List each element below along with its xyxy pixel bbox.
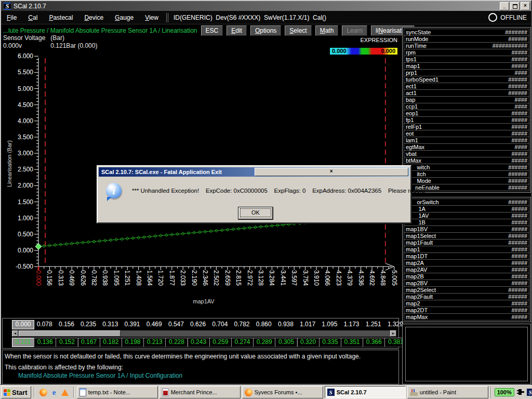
- axis-cell[interactable]: 0.782: [231, 320, 252, 328]
- value-cell[interactable]: 0.121: [12, 338, 34, 347]
- param-row[interactable]: relFp1#####: [404, 124, 529, 130]
- menu-item-pastecal[interactable]: Pastecal: [43, 12, 78, 23]
- ok-button[interactable]: OK: [238, 207, 273, 219]
- axis-cell[interactable]: 0.156: [56, 320, 77, 328]
- start-button[interactable]: Start: [1, 386, 31, 398]
- param-row[interactable]: fp1#####: [404, 117, 529, 124]
- param-row[interactable]: map1#####: [404, 63, 529, 70]
- value-cell[interactable]: 0.213: [143, 338, 166, 347]
- axis-cell[interactable]: 0.469: [143, 320, 165, 328]
- math-button[interactable]: Math: [315, 25, 339, 36]
- param-row[interactable]: orSwitch######: [404, 198, 529, 206]
- restore-button[interactable]: [510, 2, 520, 10]
- axis-cell[interactable]: 1.251: [363, 320, 384, 328]
- axis-cell[interactable]: 0.235: [78, 320, 99, 328]
- value-cell[interactable]: 0.351: [341, 338, 363, 347]
- param-row[interactable]: map2AV#####: [404, 267, 529, 273]
- value-cell[interactable]: 0.182: [100, 338, 122, 347]
- axis-cell[interactable]: 0.626: [188, 320, 209, 328]
- axis-cell[interactable]: 0.547: [165, 320, 187, 328]
- value-cell[interactable]: 0.167: [78, 338, 100, 347]
- param-row[interactable]: eop1#####: [404, 110, 529, 117]
- plug-tray-icon[interactable]: [517, 389, 524, 395]
- param-row[interactable]: itch######: [404, 171, 529, 178]
- scal-tray-icon[interactable]: S: [527, 389, 532, 396]
- table-scrollbar[interactable]: ◄ ►: [12, 330, 396, 337]
- scroll-right-button[interactable]: ►: [390, 330, 396, 337]
- axis-cell[interactable]: 1.017: [297, 320, 318, 328]
- value-cell[interactable]: 0.198: [122, 338, 144, 347]
- scrollbar-thumb[interactable]: [19, 330, 121, 337]
- value-cell[interactable]: 0.136: [34, 338, 56, 347]
- esc-button[interactable]: ESC: [201, 25, 223, 36]
- param-row[interactable]: Mode######: [404, 178, 529, 184]
- param-row[interactable]: eot#####: [404, 130, 529, 137]
- param-row[interactable]: witch######: [404, 164, 529, 171]
- minimize-button[interactable]: _: [500, 2, 509, 10]
- param-row[interactable]: map2A#####: [404, 260, 529, 267]
- param-row[interactable]: 1B#####: [404, 219, 529, 226]
- menu-item-device[interactable]: Device: [78, 12, 109, 23]
- ie-icon[interactable]: e: [50, 389, 58, 396]
- axis-cell[interactable]: 0.313: [100, 320, 121, 328]
- window-titlebar[interactable]: S SCal 2.10.7 _ ×: [1, 1, 531, 11]
- param-row[interactable]: map2Select######: [404, 287, 529, 294]
- scroll-left-button[interactable]: ◄: [12, 330, 18, 337]
- close-button[interactable]: ×: [521, 2, 530, 10]
- task-button-notepad[interactable]: temp.txt - Note...: [77, 386, 158, 398]
- dialog-close-button[interactable]: ×: [255, 168, 409, 176]
- edit-button[interactable]: Edit: [227, 25, 247, 36]
- param-row[interactable]: map1Select######: [404, 233, 529, 240]
- param-row[interactable]: lam1#####: [404, 137, 529, 144]
- param-row[interactable]: map1DT#####: [404, 253, 529, 260]
- param-row[interactable]: map1Fault######: [404, 240, 529, 246]
- param-row[interactable]: ect1######: [404, 83, 529, 90]
- param-row[interactable]: bap####: [404, 97, 529, 103]
- axis-cell[interactable]: 0.000: [12, 320, 34, 329]
- param-row[interactable]: 1A#####: [404, 206, 529, 212]
- value-cell[interactable]: 0.366: [363, 338, 385, 347]
- value-cell[interactable]: 0.305: [275, 338, 297, 347]
- firefox-icon[interactable]: [39, 389, 47, 396]
- param-row[interactable]: ccp1####: [404, 103, 529, 110]
- task-button-scal[interactable]: SSCal 2.10.7: [325, 386, 406, 398]
- vlc-icon[interactable]: [61, 389, 69, 396]
- param-row[interactable]: turboSpeed1######: [404, 76, 529, 83]
- axis-cell[interactable]: 0.938: [275, 320, 296, 328]
- param-row[interactable]: btMax#####: [404, 157, 529, 164]
- param-row[interactable]: rpm#####: [404, 49, 529, 56]
- param-row[interactable]: mapMax#####: [404, 314, 529, 321]
- menu-item-view[interactable]: View: [139, 12, 164, 23]
- task-button-paint[interactable]: untitled - Paint: [407, 386, 488, 398]
- task-button-firefox[interactable]: Syvecs Forums •...: [242, 386, 323, 398]
- param-row[interactable]: vbat#####: [404, 151, 529, 157]
- affected-calibration-link[interactable]: Manifold Absolute Pressure Sensor 1A / I…: [18, 372, 182, 379]
- value-cell[interactable]: 0.289: [253, 338, 275, 347]
- menu-item-gauge[interactable]: Gauge: [109, 12, 139, 23]
- dialog-titlebar[interactable]: SCal 2.10.7: SCal.exe - Fatal Applicatio…: [99, 167, 409, 177]
- param-row[interactable]: syncState#######: [404, 29, 529, 36]
- value-cell[interactable]: 0.320: [297, 338, 320, 347]
- param-row[interactable]: tps1#####: [404, 56, 529, 63]
- param-row[interactable]: map2BV#####: [404, 280, 529, 287]
- param-row[interactable]: egtMax####: [404, 144, 529, 151]
- axis-cell[interactable]: 0.391: [122, 320, 143, 328]
- axis-cell[interactable]: 0.078: [34, 320, 55, 328]
- value-cell[interactable]: 0.335: [319, 338, 341, 347]
- value-cell[interactable]: 0.228: [165, 338, 188, 347]
- axis-cell[interactable]: 0.860: [253, 320, 274, 328]
- param-row[interactable]: map1#####: [404, 246, 529, 253]
- menu-item-file[interactable]: File: [1, 12, 22, 23]
- axis-cell[interactable]: 1.095: [319, 320, 340, 328]
- param-row[interactable]: map2#####: [404, 300, 529, 307]
- param-row[interactable]: runTime###########: [404, 43, 529, 49]
- value-cell[interactable]: 0.259: [209, 338, 232, 347]
- param-row[interactable]: map1BV#####: [404, 226, 529, 233]
- param-row[interactable]: act1######: [404, 90, 529, 97]
- axis-cell[interactable]: 0.704: [209, 320, 231, 328]
- value-cell[interactable]: 0.152: [56, 338, 78, 347]
- task-button-pdf[interactable]: Merchant Prince...: [159, 386, 241, 398]
- menu-item-cal[interactable]: Cal: [22, 12, 43, 23]
- param-row[interactable]: 1AV#####: [404, 212, 529, 219]
- param-row[interactable]: map2Fault######: [404, 294, 529, 300]
